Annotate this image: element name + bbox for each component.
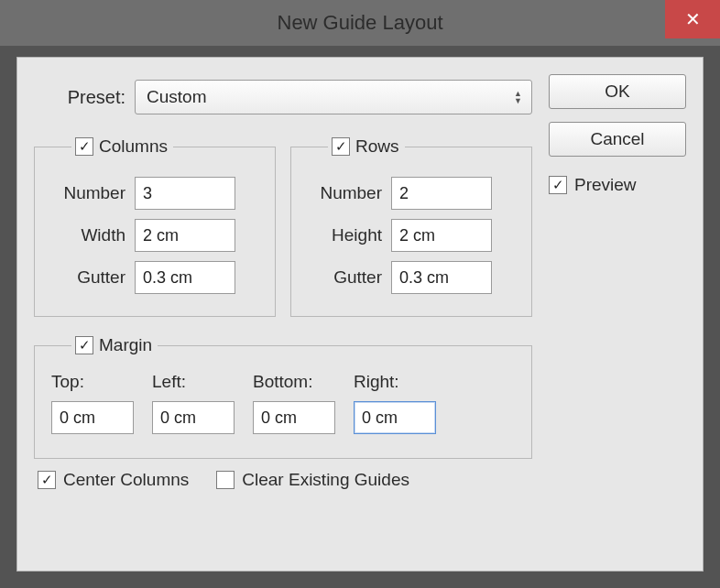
preset-select[interactable]: Custom ▲▼	[135, 80, 532, 114]
margin-title: Margin	[99, 335, 152, 355]
margin-bottom-label: Bottom:	[253, 372, 335, 392]
columns-gutter-row: Gutter	[48, 261, 262, 294]
margin-right-label: Right:	[354, 372, 436, 392]
margin-left-col: Left:	[152, 372, 235, 434]
main-row: Preset: Custom ▲▼ ✓ Columns Number	[34, 74, 686, 490]
clear-guides-option[interactable]: Clear Existing Guides	[216, 470, 409, 490]
center-columns-checkbox[interactable]: ✓	[38, 471, 56, 489]
columns-legend: ✓ Columns	[71, 136, 173, 157]
preview-checkbox[interactable]: ✓	[549, 176, 567, 194]
margin-group: ✓ Margin Top: Left: Bottom:	[34, 335, 532, 459]
rows-legend: ✓ Rows	[328, 136, 405, 157]
margin-fields: Top: Left: Bottom: Right:	[48, 366, 518, 445]
columns-checkbox[interactable]: ✓	[75, 137, 93, 156]
check-icon: ✓	[552, 177, 564, 193]
rows-group: ✓ Rows Number Height Gutter	[290, 136, 532, 317]
columns-rows-row: ✓ Columns Number Width Gutter	[34, 136, 532, 317]
preview-label: Preview	[574, 175, 637, 195]
columns-group: ✓ Columns Number Width Gutter	[34, 136, 276, 317]
rows-gutter-label: Gutter	[304, 267, 391, 288]
columns-gutter-input[interactable]	[135, 261, 235, 294]
cancel-button[interactable]: Cancel	[549, 122, 686, 157]
columns-number-input[interactable]	[135, 177, 235, 210]
columns-gutter-label: Gutter	[48, 267, 135, 288]
columns-number-row: Number	[48, 177, 262, 210]
margin-legend: ✓ Margin	[71, 335, 158, 355]
margin-top-col: Top:	[51, 372, 134, 434]
rows-height-input[interactable]	[391, 219, 492, 252]
dialog-title: New Guide Layout	[278, 11, 443, 35]
preset-value: Custom	[147, 87, 206, 107]
check-icon: ✓	[335, 138, 347, 155]
rows-gutter-input[interactable]	[391, 261, 492, 294]
left-column: Preset: Custom ▲▼ ✓ Columns Number	[34, 74, 532, 490]
check-icon: ✓	[79, 138, 91, 155]
updown-icon: ▲▼	[514, 91, 522, 104]
titlebar: New Guide Layout ✕	[0, 0, 720, 46]
margin-checkbox[interactable]: ✓	[75, 336, 93, 354]
margin-top-input[interactable]	[51, 401, 134, 434]
rows-number-label: Number	[304, 183, 391, 203]
close-button[interactable]: ✕	[665, 0, 720, 38]
check-icon: ✓	[79, 337, 91, 354]
columns-title: Columns	[99, 136, 168, 157]
preview-option[interactable]: ✓ Preview	[549, 175, 686, 195]
margin-right-col: Right:	[354, 372, 436, 434]
close-icon: ✕	[685, 8, 701, 30]
margin-left-input[interactable]	[152, 401, 235, 434]
columns-width-row: Width	[48, 219, 262, 252]
preset-label: Preset:	[34, 87, 135, 108]
dialog-window: New Guide Layout ✕ Preset: Custom ▲▼ ✓	[0, 0, 720, 588]
center-columns-label: Center Columns	[63, 470, 189, 490]
rows-gutter-row: Gutter	[304, 261, 518, 294]
margin-left-label: Left:	[152, 372, 235, 392]
margin-top-label: Top:	[51, 372, 134, 392]
columns-width-input[interactable]	[135, 219, 235, 252]
preset-row: Preset: Custom ▲▼	[34, 80, 532, 114]
rows-number-input[interactable]	[391, 177, 492, 210]
rows-checkbox[interactable]: ✓	[332, 137, 350, 156]
bottom-options-row: ✓ Center Columns Clear Existing Guides	[34, 470, 532, 490]
cancel-label: Cancel	[590, 129, 644, 149]
rows-height-row: Height	[304, 219, 518, 252]
clear-guides-label: Clear Existing Guides	[242, 470, 409, 490]
margin-right-input[interactable]	[354, 401, 436, 434]
clear-guides-checkbox[interactable]	[216, 471, 235, 489]
margin-bottom-col: Bottom:	[253, 372, 335, 434]
ok-button[interactable]: OK	[549, 74, 686, 109]
columns-width-label: Width	[48, 225, 135, 245]
ok-label: OK	[605, 82, 629, 102]
margin-bottom-input[interactable]	[253, 401, 335, 434]
center-columns-option[interactable]: ✓ Center Columns	[38, 470, 189, 490]
dialog-body: Preset: Custom ▲▼ ✓ Columns Number	[16, 57, 704, 572]
rows-title: Rows	[355, 136, 399, 157]
columns-number-label: Number	[48, 183, 135, 203]
check-icon: ✓	[41, 472, 53, 488]
right-column: OK Cancel ✓ Preview	[549, 74, 686, 195]
rows-number-row: Number	[304, 177, 518, 210]
rows-height-label: Height	[304, 225, 391, 245]
